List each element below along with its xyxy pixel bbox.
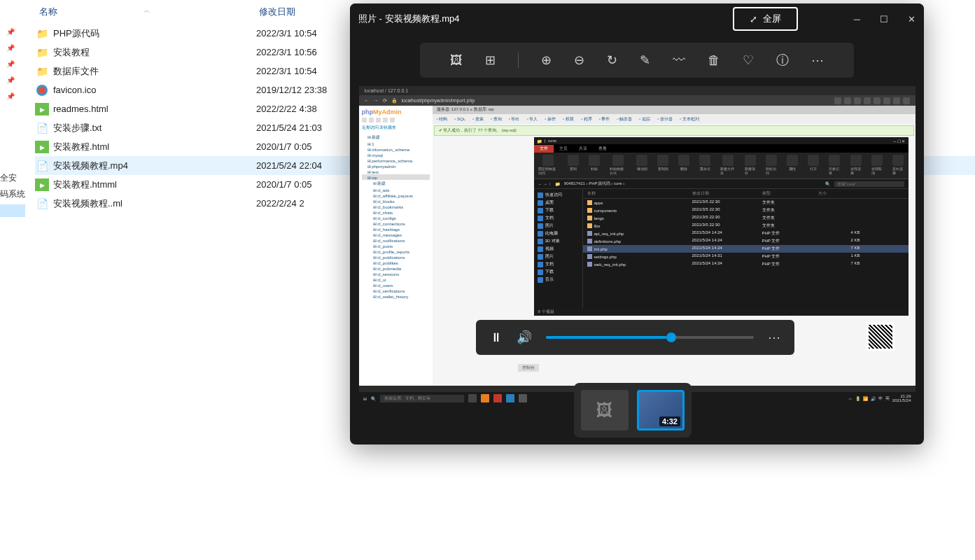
minimize-button[interactable]: ─ — [854, 14, 860, 24]
file-name: 安装视频教程.mp4 — [53, 160, 256, 172]
pin-icon: 📌 — [6, 28, 15, 36]
pma-logo: phpMyAdmin — [362, 108, 430, 115]
folder-icon: 📁 — [35, 46, 49, 59]
video-file-icon: 📄 — [35, 160, 49, 172]
address-bar: ← → ⟳ 🔒 localhost/phpmyadmin/import.php — [359, 95, 916, 106]
html-file-icon: ▸ — [35, 103, 49, 115]
sidebar-clipped-labels: 全安 码系统 — [0, 168, 25, 221]
file-name: 数据库文件 — [53, 65, 256, 78]
html-file-icon: ▸ — [35, 178, 49, 191]
info-icon[interactable]: ⓘ — [776, 52, 789, 69]
video-duration: 4:32 — [659, 416, 680, 426]
thumbnail-image[interactable]: 🖼 — [581, 390, 629, 430]
window-controls: ─ ☐ ✕ — [854, 14, 916, 24]
nested-search-input — [834, 181, 904, 187]
collection-icon[interactable]: ⊞ — [485, 52, 496, 68]
more-icon[interactable]: ⋯ — [811, 52, 824, 68]
html-file-icon: ▸ — [35, 141, 49, 153]
titlebar[interactable]: 照片 - 安装视频教程.mp4 ⤢ 全屏 ─ ☐ ✕ — [350, 4, 924, 34]
extension-icons — [834, 97, 910, 104]
back-icon: ← — [365, 98, 370, 103]
pin-icon: 📌 — [6, 44, 15, 52]
nested-explorer-window: 📁|core ─ ☐ ✕ 文件 主页 共享 查看 固定到快速访问复制粘贴粘贴快捷… — [534, 137, 909, 316]
rotate-icon[interactable]: ↻ — [607, 52, 617, 68]
file-name: 安装视频教程..ml — [53, 197, 256, 210]
edit-icon[interactable]: ✎ — [640, 52, 650, 68]
nested-ribbon-tabs: 文件 主页 共享 查看 — [534, 144, 909, 153]
browser-tab: localhost / 127.0.0.1 — [365, 88, 409, 93]
qr-code — [867, 323, 895, 351]
url: localhost/phpmyadmin/import.php — [402, 98, 475, 103]
photos-app-window: 照片 - 安装视频教程.mp4 ⤢ 全屏 ─ ☐ ✕ 🖼 ⊞ ⊕ ⊖ ↻ ✎ 〰… — [350, 4, 924, 444]
nested-titlebar: 📁|core ─ ☐ ✕ — [534, 137, 909, 144]
pma-nav-icons — [362, 118, 430, 122]
volume-button[interactable]: 🔊 — [517, 330, 532, 345]
photos-toolbar: 🖼 ⊞ ⊕ ⊖ ↻ ✎ 〰 🗑 ♡ ⓘ ⋯ — [420, 43, 854, 78]
pma-top-menu: ▫ 结构▫ SQL▫ 搜索▫ 查询▫ 导出▫ 导入▫ 操作▫ 权限▫ 程序▫ 事… — [433, 114, 916, 124]
forward-icon: → — [374, 98, 379, 103]
draw-icon[interactable]: 〰 — [673, 53, 685, 68]
close-button[interactable]: ✕ — [908, 14, 916, 24]
file-name: 安装教程.html — [53, 141, 256, 153]
file-date: 2022/3/1 10:54 — [256, 28, 317, 38]
nested-status-bar: 9 个项目 — [534, 308, 909, 315]
pin-icon: 📌 — [6, 76, 15, 84]
thumbnail-bar: 🖼 4:32 — [574, 383, 692, 438]
pma-sidebar: phpMyAdmin 近期访问 表收藏夹 ⊞ 新建⊞ 1⊞ informatio… — [359, 106, 433, 386]
file-name: 安装教程.htmml — [53, 178, 256, 191]
delete-icon[interactable]: 🗑 — [708, 53, 720, 68]
sort-arrow-icon[interactable]: ︿ — [143, 6, 150, 15]
zoom-out-icon[interactable]: ⊖ — [574, 52, 584, 68]
video-frame: localhost / 127.0.0.1 ← → ⟳ 🔒 localhost/… — [359, 86, 916, 405]
nested-ribbon: 固定到快速访问复制粘贴粘贴快捷方式移动到复制到删除重命名新建文件夹新建项目轻松访… — [534, 153, 909, 179]
pma-breadcrumb: 服务器: 127.0.0.1 » 数据库: wp — [433, 106, 916, 114]
gallery-icon[interactable]: 🖼 — [450, 53, 463, 68]
pma-db-tree: ⊞ 新建⊞ 1⊞ information_schema⊞ mysql⊞ perf… — [362, 134, 430, 299]
text-file-icon: 📄 — [35, 197, 49, 210]
broken-image-icon: 🖼 — [596, 400, 613, 420]
file-date: 2021/5/24 21:03 — [256, 122, 322, 133]
file-date: 2022/2/24 2 — [256, 198, 304, 209]
pma-recent-tabs: 近期访问 表收藏夹 — [362, 125, 430, 131]
zoom-in-icon[interactable]: ⊕ — [541, 52, 552, 68]
file-date: 2020/1/7 0:05 — [256, 141, 312, 152]
nested-nav-bar: ← → ↑ 📁 904817421 › PHP源代码 › core › 🔍 — [534, 179, 909, 189]
pause-button[interactable]: ⏸ — [490, 330, 503, 345]
pin-icon: 📌 — [6, 92, 15, 100]
file-date: 2020/1/7 0:05 — [256, 179, 312, 190]
pma-console-tab: 控制台 — [518, 364, 539, 372]
sidebar-selected-item[interactable] — [0, 204, 25, 217]
folder-icon: 📁 — [35, 27, 49, 40]
seek-bar[interactable] — [546, 336, 754, 339]
file-date: 2021/5/24 22:04 — [256, 160, 322, 171]
lock-icon: 🔒 — [391, 98, 398, 104]
favicon-icon — [35, 84, 49, 97]
file-name: 安装教程 — [53, 46, 256, 59]
import-success-message: ✔ 导入成功，执行了 77 个查询。 (wp.sql) — [434, 125, 914, 136]
file-name: 安装步骤.txt — [53, 122, 256, 134]
nested-file-list: 名称 修改日期 类型 大小 apps2021/3/5 22:30文件夹compo… — [583, 189, 909, 308]
seek-progress — [546, 336, 666, 339]
quick-access-pins: 📌 📌 📌 📌 📌 — [0, 0, 21, 560]
maximize-button[interactable]: ☐ — [880, 14, 888, 24]
favorite-icon[interactable]: ♡ — [743, 52, 754, 68]
file-date: 2022/3/1 10:56 — [256, 47, 317, 57]
refresh-icon: ⟳ — [383, 98, 387, 104]
media-controls: ⏸ 🔊 ⋯ — [476, 320, 794, 355]
browser-tab-bar: localhost / 127.0.0.1 — [359, 86, 916, 95]
thumbnail-video-active[interactable]: 4:32 — [637, 390, 685, 430]
fullscreen-button[interactable]: ⤢ 全屏 — [733, 7, 798, 31]
file-date: 2022/3/1 10:54 — [256, 66, 317, 76]
text-file-icon: 📄 — [35, 122, 49, 134]
seek-thumb[interactable] — [666, 332, 676, 342]
start-icon: ⊞ — [363, 396, 367, 401]
fullscreen-icon: ⤢ — [750, 14, 757, 24]
folder-icon: 📁 — [35, 65, 49, 78]
separator — [518, 52, 519, 68]
nested-sidebar: 快速访问桌面下载文档图片此电脑3D 对象视频图片文档下载音乐 — [534, 189, 583, 308]
file-date: 2022/2/22 4:38 — [256, 104, 317, 114]
file-date: 2019/12/12 23:38 — [256, 85, 327, 95]
media-more-button[interactable]: ⋯ — [768, 330, 780, 345]
file-name: readmes.html — [53, 104, 256, 114]
window-title: 照片 - 安装视频教程.mp4 — [358, 13, 733, 25]
